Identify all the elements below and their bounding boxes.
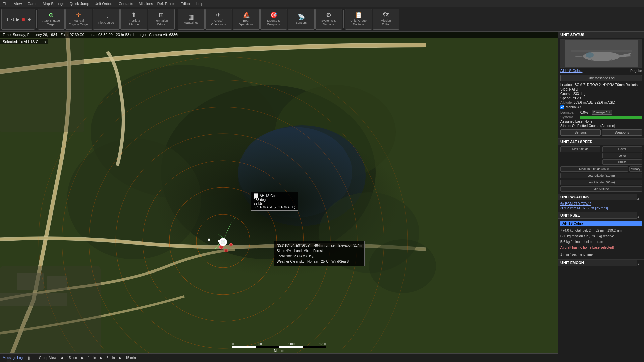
manual-engage-label: ManualEngage Target bbox=[69, 19, 88, 26]
toolbar: ⏸ ×1 ▶ ⏺ ⏭ ⊕ Auto EngageTarget ✛ ManualE… bbox=[0, 7, 644, 32]
damage-crit-button[interactable]: Damage Crit bbox=[592, 110, 612, 115]
playback-fwd3[interactable]: ▶ bbox=[119, 356, 122, 360]
menu-view[interactable]: View bbox=[14, 2, 22, 6]
alt-speed-title: UNIT ALT / SPEED bbox=[558, 139, 644, 145]
cruise-button[interactable]: Cruise bbox=[602, 159, 642, 165]
low-altitude-610-button[interactable]: Low Altitude (610 m) bbox=[560, 173, 642, 178]
menu-missions[interactable]: Missions + Ref. Points bbox=[139, 2, 175, 6]
unit-emcon-section: UNIT EMCON ▲ bbox=[558, 260, 644, 269]
unit-image bbox=[560, 39, 642, 68]
map-area[interactable]: Time: Sunday, February 26, 1984 - Zulu: … bbox=[0, 32, 558, 362]
formation-editor-button[interactable]: ⊞ FormationEditor bbox=[148, 9, 175, 30]
bottombar: Message Log ⬆ Group View ◀ 15 sec ▶ 1 mi… bbox=[0, 353, 558, 362]
weapon-1-link[interactable]: 6x BGM-71D TOW 2 bbox=[560, 202, 642, 206]
time-display: Time: Sunday, February 26, 1984 - Zulu: … bbox=[3, 33, 180, 37]
magazines-button[interactable]: ▦ Magazines bbox=[178, 9, 205, 30]
medium-altitude-button[interactable]: Medium Altitude (3658 bbox=[560, 166, 628, 172]
magazines-icon: ▦ bbox=[188, 14, 194, 20]
auto-engage-label: Auto EngageTarget bbox=[43, 19, 60, 26]
svg-rect-11 bbox=[0, 293, 67, 306]
record-icon[interactable]: ⏺ bbox=[21, 17, 26, 22]
menu-unit-orders[interactable]: Unit Orders bbox=[95, 2, 113, 6]
throttle-icon: ⬆ bbox=[131, 12, 136, 18]
altitude-value: 609.6 m ASL (292.6 m AGL) bbox=[574, 101, 615, 104]
weapon-2-link[interactable]: 30x 20mm M197 Burst [25 mds] bbox=[560, 206, 642, 210]
throttle-alt-button[interactable]: ⬆ Throttle &Altitude bbox=[120, 9, 147, 30]
military-button[interactable]: Military bbox=[629, 166, 642, 172]
unit-type-badge: Regular bbox=[630, 69, 642, 73]
fuel-line1: 774.0 kg total fuel, 2 hr 32 min, 199.2 … bbox=[560, 228, 642, 233]
time-15sec[interactable]: 15 sec bbox=[67, 356, 77, 360]
play-icon[interactable]: ▶ bbox=[16, 17, 20, 22]
playback-controls[interactable]: ⏸ ×1 ▶ ⏺ ⏭ bbox=[1, 9, 35, 30]
skip-icon[interactable]: ⏭ bbox=[27, 17, 32, 22]
unit-weapons-section: UNIT WEAPONS ▲ 6x BGM-71D TOW 2 30x 20mm… bbox=[558, 194, 644, 212]
message-log-link[interactable]: Message Log bbox=[3, 356, 23, 360]
auto-engage-icon: ⊕ bbox=[49, 12, 54, 18]
unit-status-title: UNIT STATUS bbox=[558, 32, 644, 38]
main-area: Time: Sunday, February 26, 1984 - Zulu: … bbox=[0, 32, 644, 362]
plot-course-button[interactable]: → Plot Course bbox=[93, 9, 120, 30]
manual-engage-icon: ✛ bbox=[76, 12, 81, 18]
svg-rect-10 bbox=[47, 276, 67, 290]
throttle-label: Throttle &Altitude bbox=[127, 19, 140, 26]
playback-fwd2[interactable]: ▶ bbox=[100, 356, 103, 360]
playback-back[interactable]: ◀ bbox=[60, 356, 63, 360]
time-5min[interactable]: 5 min bbox=[107, 356, 115, 360]
hover-button[interactable]: Hover bbox=[602, 146, 642, 152]
unit-group-doctrine-button[interactable]: 📋 Unit / GroupDoctrine bbox=[345, 9, 372, 30]
unit-fuel-title: UNIT FUEL bbox=[558, 212, 637, 219]
mission-label: MissionEditor bbox=[381, 19, 391, 26]
altitude-label: Altitude: bbox=[560, 101, 573, 104]
svg-rect-12 bbox=[0, 32, 84, 132]
alt-speed-grid: Max Altitude Hover Loiter Cruise bbox=[560, 146, 642, 165]
min-altitude-button[interactable]: Min Altitude bbox=[560, 186, 642, 192]
auto-engage-button[interactable]: ⊕ Auto EngageTarget bbox=[38, 9, 65, 30]
unit-name-link[interactable]: AH-1S Cobra bbox=[560, 69, 582, 73]
unit-status-section: UNIT STATUS bbox=[558, 32, 644, 139]
menu-game[interactable]: Game bbox=[27, 2, 37, 6]
boat-label: BoatOperations bbox=[239, 19, 254, 26]
menu-map-settings[interactable]: Map Settings bbox=[43, 2, 64, 6]
time-15min[interactable]: 15 min bbox=[126, 356, 136, 360]
menubar: File View Game Map Settings Quick Jump U… bbox=[0, 0, 644, 7]
manual-alt-row: Manual Alt bbox=[560, 105, 642, 110]
sensors-btn[interactable]: Sensors bbox=[560, 129, 601, 136]
playback-fwd[interactable]: ▶ bbox=[81, 356, 84, 360]
damage-row: Damage: 0.0% Damage Crit bbox=[560, 110, 642, 115]
unit-status-text: Status: On Plotted Course (Airborne) bbox=[560, 124, 642, 128]
unit-alt-speed-section: UNIT ALT / SPEED Max Altitude Hover Loit… bbox=[558, 139, 644, 194]
time-1min[interactable]: 1 min bbox=[88, 356, 96, 360]
menu-help[interactable]: Help bbox=[196, 2, 203, 6]
aircraft-icon: ✈ bbox=[216, 12, 221, 18]
weapons-collapse-icon[interactable]: ▲ bbox=[635, 196, 642, 201]
pause-icon[interactable]: ⏸ bbox=[4, 17, 9, 22]
manual-engage-button[interactable]: ✛ ManualEngage Target bbox=[65, 9, 92, 30]
plot-course-icon: → bbox=[103, 14, 109, 20]
unit-message-log-button[interactable]: Unit Message Log bbox=[560, 75, 642, 81]
menu-file[interactable]: File bbox=[3, 2, 9, 6]
formation-icon: ⊞ bbox=[159, 12, 164, 18]
systems-icon: ⚙ bbox=[326, 12, 331, 18]
max-altitude-button[interactable]: Max Altitude bbox=[560, 146, 600, 152]
systems-label: Systems: bbox=[560, 115, 579, 119]
fuel-collapse-icon[interactable]: ▲ bbox=[635, 214, 642, 220]
low-altitude-305-button[interactable]: Low Altitude (305 m) bbox=[560, 180, 642, 185]
systems-damage-button[interactable]: ⚙ Systems &Damage bbox=[315, 9, 342, 30]
menu-contacts[interactable]: Contacts bbox=[119, 2, 133, 6]
mounts-weapons-button[interactable]: 🎯 Mounts &Weapons bbox=[260, 9, 287, 30]
cruise-spacer bbox=[560, 159, 600, 165]
map-background bbox=[0, 32, 558, 362]
loiter-button[interactable]: Loiter bbox=[602, 153, 642, 158]
sensors-button[interactable]: 📡 Sensors bbox=[288, 9, 315, 30]
damage-label: Damage: bbox=[560, 111, 579, 114]
manual-alt-checkbox[interactable] bbox=[560, 105, 564, 109]
mission-editor-button[interactable]: 🗺 MissionEditor bbox=[373, 9, 399, 30]
weapons-btn[interactable]: Weapons bbox=[602, 129, 642, 136]
boat-ops-button[interactable]: ⛵ BoatOperations bbox=[233, 9, 260, 30]
upload-icon[interactable]: ⬆ bbox=[27, 355, 31, 361]
menu-editor[interactable]: Editor bbox=[180, 2, 190, 6]
emcon-collapse-icon[interactable]: ▲ bbox=[635, 261, 642, 267]
menu-quick-jump[interactable]: Quick Jump bbox=[70, 2, 89, 6]
aircraft-ops-button[interactable]: ✈ AircraftOperations bbox=[205, 9, 232, 30]
